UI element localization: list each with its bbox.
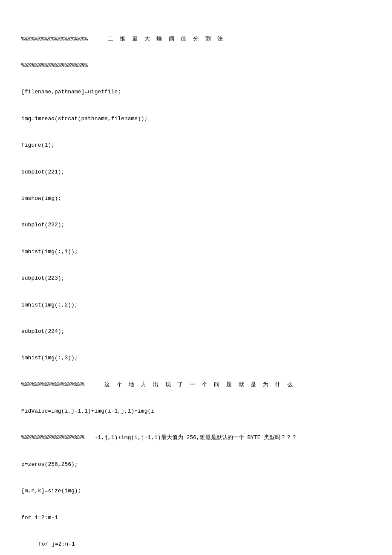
line-3: [filename,pathname]=uigetfile; [21, 88, 371, 97]
line-4: img=imread(strcat(pathname,filename)); [21, 115, 371, 124]
line-6: subplot(221); [21, 168, 371, 177]
line-10: subplot(223); [21, 274, 371, 283]
line-18: [m,n,k]=size(img); [21, 487, 371, 496]
line-13: imhist(img(:,3)); [21, 354, 371, 363]
line-17: p=zeros(256,256); [21, 460, 371, 469]
line-5: figure(1); [21, 141, 371, 150]
line-9: imhist(img(:,1)); [21, 248, 371, 257]
line-8: subplot(222); [21, 221, 371, 230]
line-20: for j=2:n-1 [21, 540, 371, 549]
code-content: %%%%%%%%%%%%%%%%%%%% 二 维 最 大 熵 阈 值 分 割 法… [21, 17, 371, 555]
line-12: subplot(224); [21, 327, 371, 336]
line-7: imshow(img); [21, 194, 371, 203]
line-16: %%%%%%%%%%%%%%%%%%% +1,j,1)+img(i,j+1,1)… [21, 434, 371, 442]
line-14: %%%%%%%%%%%%%%%%%%% 这 个 地 方 出 现 了 一 个 问 … [21, 381, 371, 390]
line-15: MidValue=img(i,j-1,1)+img(i-1,j,1)+img(i [21, 407, 371, 416]
line-19: for i=2:m-1 [21, 514, 371, 523]
line-2: %%%%%%%%%%%%%%%%%%%% [21, 61, 371, 70]
line-11: imhist(img(:,2)); [21, 301, 371, 310]
line-1: %%%%%%%%%%%%%%%%%%%% 二 维 最 大 熵 阈 值 分 割 法 [21, 35, 371, 44]
